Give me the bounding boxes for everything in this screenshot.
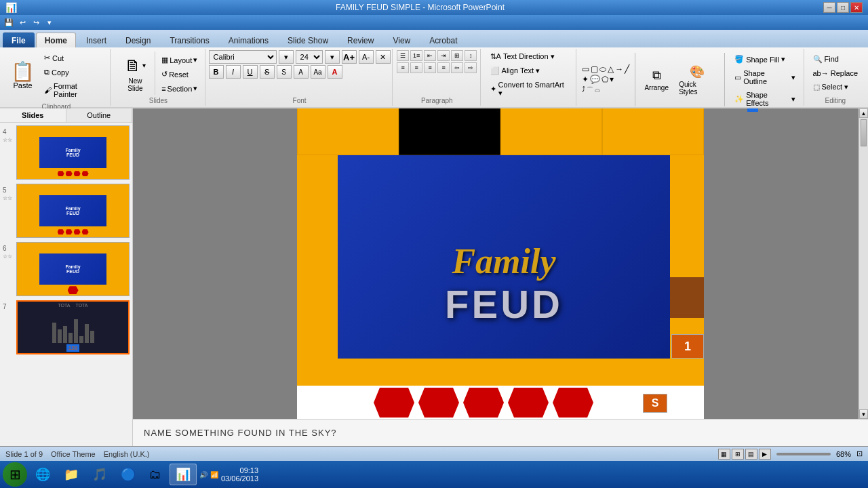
paste-button[interactable]: 📋 Paste — [8, 60, 37, 92]
zoom-slider[interactable] — [776, 453, 831, 455]
justify-button[interactable]: ≡ — [437, 62, 450, 73]
customize-qat-button[interactable]: ▾ — [43, 16, 56, 28]
shape-pentagon[interactable]: ⬠ — [601, 75, 608, 84]
shadow-button[interactable]: S — [277, 65, 292, 79]
family-feud-slide[interactable]: 1 2 3 Family FEUD — [297, 108, 704, 419]
tab-acrobat[interactable]: Acrobat — [420, 33, 466, 47]
slide-thumb-7[interactable]: TOTATOTA 128 — [16, 300, 130, 354]
slideshow-button[interactable]: ▶ — [759, 449, 771, 460]
redo-button[interactable]: ↪ — [30, 16, 42, 28]
start-button[interactable]: ⊞ — [3, 462, 27, 487]
connector-icon[interactable]: ⤴ — [582, 85, 585, 95]
shape-ellipse[interactable]: ⬭ — [599, 64, 606, 74]
slide-thumb-6[interactable]: FamilyFEUD — [16, 242, 130, 296]
scroll-thumb[interactable] — [861, 119, 867, 146]
slide-item-4[interactable]: 4☆☆ FamilyFEUD — [3, 125, 130, 180]
text-direction-button[interactable]: ⇅A Text Direction ▾ — [486, 50, 559, 63]
tab-view[interactable]: View — [384, 33, 419, 47]
italic-button[interactable]: I — [226, 65, 241, 79]
tab-transitions[interactable]: Transitions — [161, 33, 218, 47]
taskbar-browser[interactable]: 🔵 — [115, 464, 141, 485]
curve-icon[interactable]: ⌒ — [587, 85, 593, 95]
font-color-button[interactable]: A — [328, 65, 342, 79]
scroll-down-button[interactable]: ▼ — [859, 409, 868, 419]
tab-slides[interactable]: Slides — [0, 108, 66, 122]
shape-line[interactable]: ╱ — [625, 64, 629, 74]
minimize-button[interactable]: ─ — [823, 2, 835, 13]
new-slide-button[interactable]: 🗎 ▾ — [121, 54, 149, 77]
decrease-indent-button[interactable]: ⇤ — [424, 50, 436, 61]
taskbar-folder[interactable]: 📁 — [58, 464, 84, 485]
scroll-up-button[interactable]: ▲ — [859, 108, 868, 118]
tab-outline[interactable]: Outline — [66, 108, 133, 122]
taskbar-winexplorer[interactable]: 🗂 — [144, 464, 167, 485]
underline-button[interactable]: U — [243, 65, 258, 79]
maximize-button[interactable]: □ — [837, 2, 849, 13]
ltr-button[interactable]: ⇨ — [465, 62, 477, 73]
align-left-button[interactable]: ≡ — [397, 62, 409, 73]
case-button[interactable]: Aa — [311, 65, 326, 79]
tab-review[interactable]: Review — [338, 33, 382, 47]
columns-button[interactable]: ⊞ — [451, 50, 463, 61]
shape-outline-button[interactable]: ▭ Shape Outline ▾ — [730, 67, 799, 87]
bold-button[interactable]: B — [209, 65, 224, 79]
slide-item-5[interactable]: 5☆☆ FamilyFEUD — [3, 184, 130, 238]
font-size-select[interactable]: 24 — [296, 50, 323, 64]
replace-button[interactable]: ab→ Replace — [809, 67, 863, 79]
normal-view-button[interactable]: ▦ — [718, 449, 730, 460]
font-name-dropdown[interactable]: ▾ — [279, 50, 294, 64]
fit-slide-button[interactable]: ⊡ — [856, 449, 863, 458]
align-center-button[interactable]: ≡ — [410, 62, 422, 73]
shape-callout[interactable]: 💬 — [590, 75, 600, 84]
copy-button[interactable]: ⧉ Copy — [40, 66, 104, 79]
taskbar-powerpoint[interactable]: 📊 — [170, 464, 197, 485]
slide-item-6[interactable]: 6☆☆ FamilyFEUD — [3, 242, 130, 296]
slide-thumb-4[interactable]: FamilyFEUD — [16, 125, 130, 180]
shape-rect[interactable]: ▭ — [582, 64, 589, 74]
vertical-scrollbar[interactable]: ▲ ▼ — [859, 108, 868, 419]
clear-format-button[interactable]: ✕ — [376, 50, 391, 64]
shape-star[interactable]: ✦ — [582, 75, 589, 84]
shape-fill-button[interactable]: 🪣 Shape Fill ▾ — [730, 53, 799, 66]
save-button[interactable]: 💾 — [3, 16, 15, 28]
layout-button[interactable]: ▦ Layout ▾ — [158, 54, 201, 66]
increase-font-button[interactable]: A+ — [342, 50, 357, 64]
align-right-button[interactable]: ≡ — [424, 62, 436, 73]
decrease-font-button[interactable]: A- — [359, 50, 374, 64]
tab-design[interactable]: Design — [117, 33, 159, 47]
slide-area[interactable]: 1 2 3 Family FEUD — [133, 108, 868, 419]
undo-button[interactable]: ↩ — [16, 16, 28, 28]
tab-animations[interactable]: Animations — [220, 33, 277, 47]
shape-rounded[interactable]: ▢ — [591, 64, 598, 74]
find-button[interactable]: 🔍 Find — [809, 53, 863, 66]
shape-more[interactable]: ▾ — [610, 75, 614, 84]
close-button[interactable]: ✕ — [850, 2, 863, 13]
font-size-dropdown[interactable]: ▾ — [325, 50, 340, 64]
increase-indent-button[interactable]: ⇥ — [437, 50, 450, 61]
cut-button[interactable]: ✂ Cut — [40, 52, 104, 64]
section-button[interactable]: ≡ Section ▾ — [158, 82, 201, 95]
reading-view-button[interactable]: ▤ — [745, 449, 757, 460]
format-painter-button[interactable]: 🖌 Format Painter — [40, 80, 104, 100]
shape-arrow[interactable]: → — [615, 64, 623, 74]
reset-button[interactable]: ↺ Reset — [158, 68, 201, 81]
arc-icon[interactable]: ⌓ — [595, 85, 600, 95]
notes-bar[interactable]: NAME SOMETHING FOUND IN THE SKY? — [133, 419, 868, 446]
taskbar-media[interactable]: 🎵 — [87, 464, 113, 485]
convert-smartart-button[interactable]: ✦ Convert to SmartArt ▾ — [486, 79, 572, 100]
font-name-select[interactable]: Calibri — [209, 50, 277, 64]
tab-slideshow[interactable]: Slide Show — [279, 33, 337, 47]
tab-home[interactable]: Home — [36, 33, 76, 47]
scroll-track[interactable] — [859, 118, 868, 409]
strikethrough-button[interactable]: S — [260, 65, 275, 79]
shape-effects-button[interactable]: ✨ Shape Effects ▾ — [730, 89, 799, 109]
slide-thumb-5[interactable]: FamilyFEUD — [16, 184, 130, 238]
numbered-list-button[interactable]: 1≡ — [410, 50, 422, 61]
taskbar-ie[interactable]: 🌐 — [30, 464, 56, 485]
shape-triangle[interactable]: △ — [608, 64, 614, 74]
slide-sorter-button[interactable]: ⊞ — [732, 449, 744, 460]
select-button[interactable]: ⬚ Select ▾ — [809, 81, 863, 94]
spacing-button[interactable]: A — [294, 65, 309, 79]
align-text-button[interactable]: ⬜ Align Text ▾ — [486, 64, 545, 77]
tab-insert[interactable]: Insert — [77, 33, 115, 47]
